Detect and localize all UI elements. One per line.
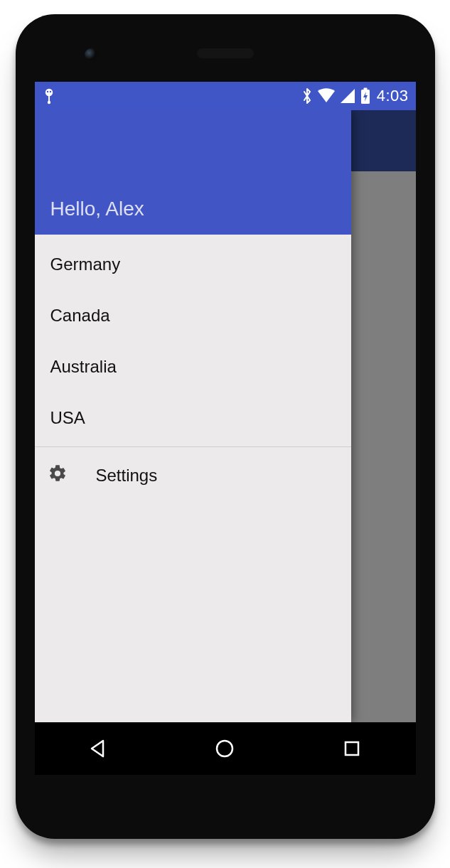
debug-icon [42,87,56,105]
earpiece-speaker [197,48,254,58]
device-frame: 4:03 Hello, Alex Germany Canada Australi… [16,14,435,839]
svg-rect-6 [363,88,367,90]
bluetooth-icon [301,87,313,105]
drawer-divider [35,446,351,447]
drawer-item-usa[interactable]: USA [35,392,351,444]
status-clock: 4:03 [377,87,409,105]
drawer-item-label: USA [50,408,85,428]
back-button[interactable] [85,736,111,761]
status-bar-left [42,87,56,105]
gear-icon [48,464,68,488]
drawer-item-label: Germany [50,254,121,274]
drawer-item-label: Australia [50,357,117,377]
svg-point-1 [46,91,48,92]
svg-point-0 [45,89,52,96]
svg-point-2 [49,91,50,92]
wifi-icon [317,88,336,104]
home-button[interactable] [212,736,237,761]
navigation-drawer: Hello, Alex Germany Canada Australia USA [35,110,351,722]
drawer-list: Germany Canada Australia USA Settings [35,235,351,501]
drawer-header: Hello, Alex [35,110,351,235]
drawer-item-germany[interactable]: Germany [35,239,351,290]
recents-button[interactable] [339,736,365,761]
svg-point-7 [217,741,232,756]
drawer-item-label: Settings [96,466,158,486]
screen: 4:03 Hello, Alex Germany Canada Australi… [35,82,416,775]
drawer-item-label: Canada [50,306,110,326]
svg-point-4 [47,101,50,104]
drawer-item-settings[interactable]: Settings [35,450,351,501]
cellular-icon [340,88,355,104]
svg-rect-8 [345,742,358,755]
system-navigation-bar [35,722,416,775]
status-bar: 4:03 [35,82,416,110]
battery-charging-icon [360,87,371,105]
front-camera [85,48,97,61]
svg-rect-3 [48,95,50,102]
status-bar-right: 4:03 [301,87,409,105]
drawer-item-australia[interactable]: Australia [35,341,351,392]
drawer-greeting: Hello, Alex [50,198,144,220]
drawer-item-canada[interactable]: Canada [35,290,351,341]
